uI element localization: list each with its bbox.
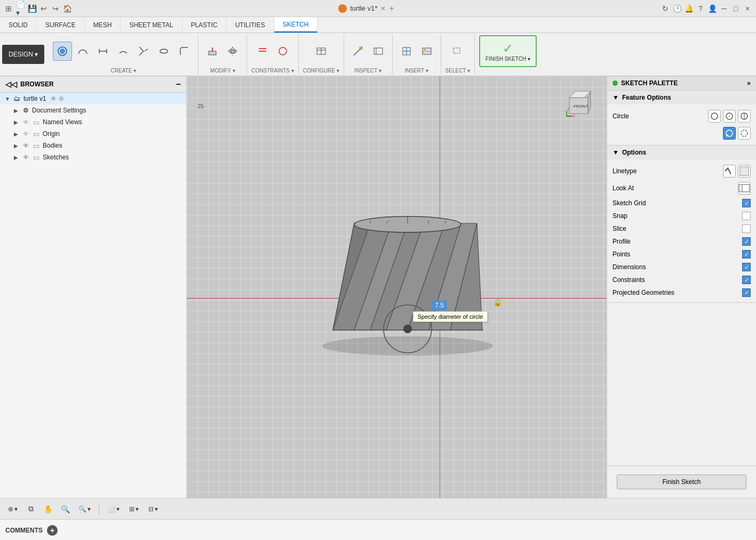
tool-mirror[interactable] [223, 42, 242, 61]
constraints-checkbox[interactable] [742, 276, 751, 284]
nav-cube[interactable]: FRONT X Z [564, 87, 596, 119]
help-icon[interactable]: ? [696, 4, 705, 13]
feature-options-header[interactable]: ▼ Feature Options [607, 91, 756, 104]
browser-item-sketches[interactable]: ▶ 👁 ▭ Sketches [0, 151, 186, 163]
projected-geometries-checkbox[interactable] [742, 288, 751, 297]
snap-checkbox[interactable] [742, 212, 751, 220]
browser-expand-doc[interactable]: ▶ [13, 107, 19, 114]
tool-offset[interactable] [154, 42, 173, 61]
points-checkbox[interactable] [742, 250, 751, 259]
ribbon-tabs: SOLID SURFACE MESH SHEET METAL PLASTIC U… [0, 17, 756, 33]
slice-checkbox[interactable] [742, 224, 751, 233]
pan-tool[interactable]: ✋ [41, 502, 55, 517]
move-tool-dropdown[interactable]: ⊕ ▾ [4, 504, 21, 514]
finish-sketch-ribbon-btn[interactable]: ✓ FINISH SKETCH ▾ [479, 35, 537, 67]
tab-mesh[interactable]: MESH [85, 17, 121, 33]
palette-expand-btn[interactable]: » [747, 79, 751, 87]
save-icon[interactable]: 💾 [28, 4, 36, 13]
browser-item-doc-settings[interactable]: ▶ ⚙ Document Settings [0, 104, 186, 116]
tool-dimension[interactable] [93, 42, 113, 61]
tool-measure[interactable] [348, 42, 368, 61]
constraints-label[interactable]: CONSTRAINTS ▾ [251, 67, 293, 74]
viewport[interactable]: 25 [187, 76, 607, 498]
undo-icon[interactable]: ↩ [39, 4, 48, 13]
linetype-solid-btn[interactable] [723, 165, 736, 178]
dimensions-checkbox[interactable] [742, 263, 751, 271]
refresh-icon[interactable]: ↻ [661, 4, 670, 13]
circle-type-3[interactable] [738, 110, 751, 123]
circle-type-5[interactable] [738, 127, 751, 140]
lock-icon[interactable]: 🔒 [493, 298, 502, 307]
redo-icon[interactable]: ↪ [51, 4, 60, 13]
snap-tool[interactable]: ⧉ [23, 502, 38, 517]
tool-arc[interactable] [114, 42, 133, 61]
browser-expand-root[interactable]: ▼ [4, 95, 11, 102]
circle-type-4[interactable] [723, 127, 736, 140]
insert-label[interactable]: INSERT ▾ [405, 67, 428, 74]
add-comment-btn[interactable]: + [47, 525, 58, 536]
zoom-dropdown[interactable]: 🔍 ▾ [75, 504, 94, 514]
inspect-label[interactable]: INSPECT ▾ [354, 67, 381, 74]
linetype-construction-btn[interactable] [738, 165, 751, 178]
browser-expand-origin[interactable]: ▶ [13, 131, 19, 137]
circle-type-1[interactable] [708, 110, 721, 123]
history-icon[interactable]: 🕐 [673, 4, 681, 13]
palette-scroll-area[interactable]: ▼ Feature Options Circle [607, 91, 756, 465]
browser-expand-sketches[interactable]: ▶ [13, 154, 19, 160]
browser-minus-icon[interactable]: – [176, 79, 181, 89]
create-label[interactable]: CREATE ▾ [111, 67, 137, 74]
tab-utilities[interactable]: UTILITIES [227, 17, 274, 33]
close-tab-icon[interactable]: ✕ [380, 5, 386, 12]
look-at-btn[interactable] [738, 182, 751, 195]
circle-type-2[interactable] [723, 110, 736, 123]
tool-constraint2[interactable] [273, 42, 292, 61]
tool-table[interactable] [312, 42, 331, 61]
browser-expand-views[interactable]: ▶ [13, 119, 19, 125]
maximize-btn[interactable]: □ [731, 4, 740, 13]
app-grid-icon[interactable]: ⊞ [4, 4, 13, 13]
tab-plastic[interactable]: PLASTIC [182, 17, 227, 33]
configure-label[interactable]: CONFIGURE ▾ [303, 67, 339, 74]
browser-collapse-icon[interactable]: ◁◁ [5, 80, 17, 88]
tab-sheet-metal[interactable]: SHEET METAL [121, 17, 182, 33]
options-header[interactable]: ▼ Options [607, 146, 756, 159]
grid-display-dropdown[interactable]: ⊞ ▾ [125, 504, 142, 514]
browser-settings-root[interactable]: ⚙ [59, 95, 64, 102]
view-options-dropdown[interactable]: ⊟ ▾ [145, 504, 162, 514]
notification-icon[interactable]: 🔔 [685, 4, 693, 13]
tab-surface[interactable]: SURFACE [37, 17, 85, 33]
browser-item-named-views[interactable]: ▶ 👁 ▭ Named Views [0, 116, 186, 128]
home-icon[interactable]: 🏠 [63, 4, 71, 13]
tool-constraint1[interactable] [253, 42, 272, 61]
tab-solid[interactable]: SOLID [0, 17, 37, 33]
tool-insert-image[interactable] [417, 42, 436, 61]
browser-item-bodies[interactable]: ▶ 👁 ▭ Bodies [0, 140, 186, 151]
design-button[interactable]: DESIGN ▾ [2, 45, 44, 64]
display-mode-dropdown[interactable]: ⬜ ▾ [104, 504, 123, 514]
user-avatar[interactable]: 👤 [708, 4, 717, 13]
tool-trim[interactable] [134, 42, 153, 61]
tool-inspect2[interactable] [369, 42, 388, 61]
close-btn[interactable]: × [743, 4, 752, 13]
tool-spline[interactable] [73, 42, 92, 61]
finish-sketch-btn[interactable]: Finish Sketch [617, 474, 746, 489]
dimension-input[interactable]: 7.5 [432, 301, 447, 310]
tool-extrude[interactable] [203, 42, 222, 61]
select-label[interactable]: SELECT ▾ [445, 67, 471, 74]
minimize-btn[interactable]: ─ [720, 4, 728, 13]
profile-checkbox[interactable] [742, 237, 751, 246]
modify-label[interactable]: MODIFY ▾ [210, 67, 235, 74]
browser-expand-bodies[interactable]: ▶ [13, 142, 19, 149]
tab-sketch[interactable]: SKETCH [274, 17, 318, 33]
tool-fillet[interactable] [174, 42, 194, 61]
add-tab-icon[interactable]: + [389, 4, 394, 13]
zoom-fit-tool[interactable]: 🔍 [58, 502, 73, 517]
tool-select-window[interactable] [448, 42, 467, 61]
sketch-grid-checkbox[interactable] [742, 199, 751, 207]
browser-eye-root[interactable]: 👁 [51, 95, 57, 102]
browser-item-origin[interactable]: ▶ 👁 ▭ Origin [0, 128, 186, 140]
tool-line[interactable] [53, 42, 72, 61]
tool-insert-point[interactable] [397, 42, 416, 61]
file-menu-icon[interactable]: 📄▾ [16, 4, 25, 13]
browser-root[interactable]: ▼ 🗂 turtle v1 👁 ⚙ [0, 93, 186, 104]
